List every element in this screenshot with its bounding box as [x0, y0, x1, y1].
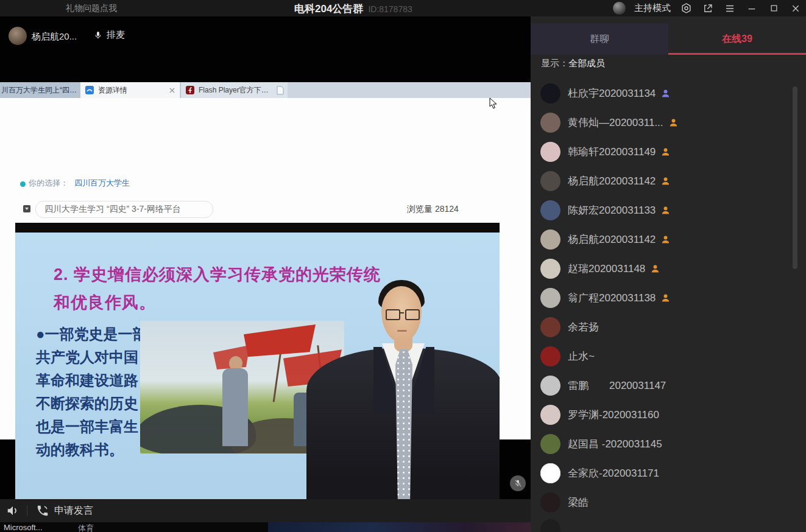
gift-question-link[interactable]: 礼物问题点我 [66, 3, 117, 14]
show-filter-value[interactable]: 全部成员 [568, 58, 605, 69]
choice-label: 你的选择： [29, 178, 68, 189]
user-avatar[interactable] [613, 2, 626, 15]
shared-webpage: 你的选择： 四川百万大学生 四川大学生学习 “四史” 3-7-网络平台 浏览量 … [0, 98, 531, 439]
minimize-button[interactable] [745, 2, 758, 15]
flash-player-icon [186, 86, 194, 94]
avatar [540, 434, 560, 454]
member-role-icon [650, 264, 660, 274]
settings-gear-icon[interactable] [679, 2, 693, 15]
tab-label: 川百万大学生同上“四史”大课 [1, 85, 81, 96]
avatar [540, 142, 560, 162]
member-row[interactable]: 止水~ [531, 341, 806, 371]
glasses-bridge [399, 312, 404, 313]
muted-mic-indicator[interactable] [510, 475, 526, 491]
member-row[interactable]: 雷鹏 2020031147 [531, 371, 806, 400]
avatar [540, 492, 560, 513]
tab-label: Flash Player官方下载-Flash中... [199, 85, 273, 96]
member-name: 止水~ [568, 349, 595, 363]
lecturer-face [381, 286, 422, 342]
group-id: ID:8178783 [368, 4, 412, 14]
member-role-icon [660, 205, 671, 215]
browser-tab-3[interactable]: Flash Player官方下载-Flash中... [180, 82, 288, 98]
member-row[interactable]: 赵国昌 -2020031145 [531, 429, 806, 458]
member-name: 杨启航2020031142 [568, 174, 656, 188]
tab-close-icon[interactable] [169, 88, 175, 93]
member-row[interactable]: 杜欣宇2020031134 [531, 79, 806, 108]
member-role-icon [668, 117, 679, 128]
tab-online-members[interactable]: 在线39 [668, 23, 806, 55]
member-name: 韩瑜轩2020031149 [568, 145, 656, 159]
avatar [540, 346, 560, 366]
member-row[interactable]: 赵瑞2020031148 [531, 254, 806, 283]
avatar [540, 171, 560, 191]
close-button[interactable] [789, 2, 802, 15]
speaker-volume-icon[interactable] [6, 504, 19, 517]
member-row[interactable]: 韩瑜轩2020031149 [531, 137, 806, 166]
microphone-icon [93, 30, 103, 41]
video-player[interactable]: 2. 学史增信必须深入学习传承党的光荣传统 和优良作风。 ●一部党史是一部 共产… [15, 223, 500, 515]
mouse-cursor [489, 97, 498, 110]
background-window-strip: Microsoft... 体育 [0, 522, 531, 532]
open-external-icon[interactable] [701, 2, 715, 15]
member-row[interactable]: 罗学渊-2020031160 [531, 400, 806, 429]
member-row[interactable]: 杨启航2020031142 [531, 166, 806, 195]
member-name: 黄伟灿—20200311... [568, 116, 663, 130]
video-frame: 2. 学史增信必须深入学习传承党的光荣传统 和优良作风。 ●一部党史是一部 共产… [15, 233, 500, 509]
browser-tab-2-active[interactable]: 资源详情 [80, 82, 180, 98]
member-list: 杜欣宇2020031134 黄伟灿—20200311... 韩瑜轩2020031… [531, 79, 806, 532]
mic-queue-button[interactable]: 排麦 [93, 29, 125, 41]
member-row[interactable]: 黄伟灿—20200311... [531, 108, 806, 137]
scrollbar-thumb[interactable] [793, 86, 797, 269]
video-stage: 杨启航20... 排麦 川百万大学生同上“四史”大课 资源详情 [0, 16, 531, 532]
avatar [540, 519, 560, 532]
avatar [540, 405, 560, 425]
member-name: 雷鹏 2020031147 [568, 379, 666, 393]
active-tab-underline [668, 53, 806, 55]
sidebar: 群聊 在线39 显示： 全部成员 杜欣宇2020031134 黄伟灿—20200… [531, 16, 806, 532]
request-speak-label[interactable]: 申请发言 [54, 505, 93, 517]
member-name: 赵瑞2020031148 [568, 262, 645, 276]
browser-tab-strip: 川百万大学生同上“四史”大课 资源详情 Flash Player官方下载-Fla… [0, 82, 531, 98]
menu-hamburger-icon[interactable] [723, 2, 737, 15]
member-row[interactable]: 梁皓 [531, 488, 806, 517]
member-name: 罗学渊-2020031160 [568, 408, 659, 422]
page-header-icon[interactable] [23, 205, 30, 212]
member-row[interactable]: 余若扬 [531, 312, 806, 341]
avatar [540, 288, 560, 308]
presenter-avatar[interactable] [9, 27, 27, 45]
avatar [540, 113, 560, 133]
host-mode-label[interactable]: 主持模式 [634, 2, 671, 14]
resource-site-icon [85, 86, 94, 94]
member-name: 杨启航2020031142 [568, 233, 656, 247]
member-row[interactable]: 全家欣-2020031171 [531, 458, 806, 488]
member-row[interactable] [531, 514, 806, 532]
tab-group-chat[interactable]: 群聊 [531, 23, 668, 55]
member-role-icon [660, 88, 671, 99]
glasses-lens [386, 309, 400, 320]
page-title: 四川大学生学习 “四史” 3-7-网络平台 [35, 201, 213, 218]
member-row[interactable]: 陈妍宏2020031133 [531, 195, 806, 225]
view-count: 浏览量 28124 [407, 204, 459, 215]
request-speak-phone-icon[interactable] [36, 504, 49, 517]
maximize-button[interactable] [767, 2, 780, 15]
avatar [540, 200, 560, 220]
call-control-bar: 申请发言 [0, 499, 531, 522]
group-name: 电科204公告群 [294, 3, 363, 15]
member-name: 余若扬 [568, 320, 599, 334]
title-bar: 礼物问题点我 电科204公告群ID:8178783 主持模式 [0, 0, 806, 16]
choice-value-link[interactable]: 四川百万大学生 [74, 178, 130, 189]
app-window: 礼物问题点我 电科204公告群ID:8178783 主持模式 [0, 0, 806, 532]
group-title: 电科204公告群ID:8178783 [294, 2, 412, 16]
mic-queue-label: 排麦 [107, 29, 125, 41]
lecturer-mouth [397, 330, 407, 332]
lecturer-tie [395, 349, 412, 503]
presenter-name: 杨启航20... [32, 31, 77, 43]
background-window-text: Microsoft... [4, 523, 43, 532]
avatar [540, 259, 560, 279]
member-name: 翁广程2020031138 [568, 291, 656, 305]
member-row[interactable]: 杨启航2020031142 [531, 225, 806, 254]
member-row[interactable]: 翁广程2020031138 [531, 283, 806, 312]
browser-tab-1[interactable]: 川百万大学生同上“四史”大课 [0, 82, 82, 98]
new-tab-icon[interactable] [277, 86, 284, 95]
avatar [540, 83, 560, 103]
